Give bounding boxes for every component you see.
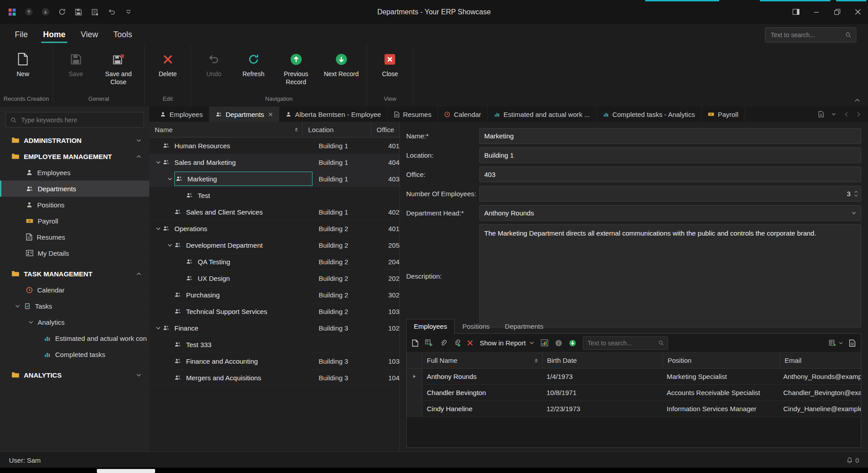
doc-tab-employees[interactable]: Employees <box>154 107 209 122</box>
grid-row-chandler-bevington[interactable]: Chandler Bevington 10/8/1971 Accounts Re… <box>407 385 861 401</box>
grid-row-cindy-haneline[interactable]: Cindy Haneline 12/23/1973 Information Se… <box>407 401 861 417</box>
name-field[interactable]: Marketing <box>479 128 861 144</box>
report-chart-icon[interactable] <box>541 339 548 347</box>
column-header-office[interactable]: Office <box>371 122 399 137</box>
expander-icon[interactable] <box>15 305 20 308</box>
detail-search-input[interactable] <box>587 339 655 347</box>
sidebar-section-employee-management[interactable]: EMPLOYEE MANAGEMENT <box>0 148 149 164</box>
tree-row-sales-and-marketing[interactable]: Sales and Marketing Building 1 404 <box>149 154 399 171</box>
tab-view[interactable]: View <box>73 30 106 45</box>
tree-row-marketing[interactable]: Marketing Building 1 403 <box>149 171 399 187</box>
sidebar-item-positions[interactable]: Positions <box>0 197 149 213</box>
column-header-birth-date[interactable]: Birth Date <box>542 353 663 368</box>
doc-tab-completed-tasks[interactable]: Completed tasks - Analytics <box>597 107 702 122</box>
expander-icon[interactable] <box>165 244 174 247</box>
next-record-button[interactable]: Next Record <box>319 48 363 79</box>
expander-icon[interactable] <box>154 161 163 164</box>
tree-row-sales-and-client-services[interactable]: Sales and Client Services Building 1 402 <box>149 204 399 220</box>
add-record-icon[interactable] <box>425 339 433 347</box>
new-record-icon[interactable] <box>90 7 100 17</box>
description-field[interactable]: The Marketing Department directs all ext… <box>479 224 861 327</box>
column-header-name[interactable]: Name <box>149 122 303 137</box>
undo-icon[interactable] <box>107 7 117 17</box>
office-field[interactable]: 403 <box>479 167 861 182</box>
previous-record-button[interactable]: Previous Record <box>273 48 318 87</box>
column-header-position[interactable]: Position <box>663 353 780 368</box>
expander-icon[interactable] <box>165 177 174 181</box>
attachment-icon[interactable] <box>439 340 447 347</box>
spinner-down-icon[interactable] <box>854 194 858 197</box>
tab-home[interactable]: Home <box>35 30 73 45</box>
next-record-icon[interactable] <box>40 7 50 17</box>
grid-row-anthony-rounds[interactable]: Anthony Rounds 1/4/1973 Marketing Specia… <box>407 369 861 385</box>
sidebar-item-estimated-and-actual-work[interactable]: Estimated and actual work con <box>0 330 149 346</box>
number-spinner[interactable] <box>854 191 858 197</box>
doc-tab-estimated-work[interactable]: Estimated and actual work ... <box>488 107 597 122</box>
sidebar-item-analytics[interactable]: Analytics <box>0 314 149 330</box>
collapse-ribbon-icon[interactable] <box>855 99 860 102</box>
column-header-full-name[interactable]: Full Name <box>422 353 542 368</box>
location-field[interactable]: Building 1 <box>479 147 861 163</box>
doc-tab-calendar[interactable]: Calendar <box>438 107 488 122</box>
tree-row-operations[interactable]: Operations Building 2 401 <box>149 220 399 237</box>
dock-panel-icon[interactable] <box>786 0 806 24</box>
previous-record-icon[interactable] <box>24 7 34 17</box>
scroll-tabs-left-icon[interactable] <box>840 108 852 120</box>
tab-file[interactable]: File <box>7 30 35 45</box>
new-button[interactable]: New <box>4 48 42 79</box>
expander-icon[interactable] <box>154 327 163 330</box>
delete-button[interactable]: Delete <box>148 48 187 79</box>
sidebar-item-departments[interactable]: Departments <box>0 181 149 197</box>
restore-button[interactable] <box>827 0 847 24</box>
sidebar-search-input[interactable] <box>20 116 139 124</box>
tree-row-human-resources[interactable]: Human Resources Building 1 401 <box>149 138 399 154</box>
tree-row-finance[interactable]: Finance Building 3 102 <box>149 320 399 336</box>
print-document-icon[interactable] <box>849 340 855 347</box>
minimize-button[interactable] <box>806 0 827 24</box>
window-list-icon[interactable] <box>815 108 827 120</box>
expander-icon[interactable] <box>29 321 33 324</box>
tree-row-qa-testing[interactable]: QA Testing Building 2 204 <box>149 254 399 270</box>
scroll-tabs-right-icon[interactable] <box>853 108 864 120</box>
department-head-dropdown[interactable]: Anthony Rounds <box>479 205 861 221</box>
sidebar-item-completed-tasks[interactable]: Completed tasks <box>0 346 149 362</box>
spinner-up-icon[interactable] <box>854 191 858 193</box>
tree-row-test-333[interactable]: Test 333 <box>149 336 399 353</box>
tree-row-mergers-and-acquisitions[interactable]: Mergers and Acquisitions Building 3 104 <box>149 370 399 386</box>
tree-row-technical-support-services[interactable]: Technical Support Services Building 2 10… <box>149 303 399 320</box>
notifications-area[interactable]: 0 <box>846 456 859 464</box>
tree-row-ux-design[interactable]: UX Design Building 2 202 <box>149 270 399 287</box>
sidebar-item-resumes[interactable]: Resumes <box>0 229 149 245</box>
sidebar-item-my-details[interactable]: My Details <box>0 245 149 261</box>
ribbon-search-input[interactable] <box>770 31 842 39</box>
undo-button[interactable]: Undo <box>195 48 233 79</box>
close-view-button[interactable]: Close <box>371 48 409 79</box>
sidebar-section-analytics[interactable]: ANALYTICS <box>0 367 149 383</box>
tree-row-finance-and-accounting[interactable]: Finance and Accounting Building 3 103 <box>149 353 399 370</box>
save-icon[interactable] <box>74 7 83 17</box>
customize-qat-icon[interactable] <box>123 7 133 17</box>
chevron-down-icon[interactable] <box>828 108 839 120</box>
info-circle-icon[interactable] <box>555 340 562 347</box>
column-header-email[interactable]: Email <box>780 353 861 368</box>
employees-count-field[interactable]: 3 <box>479 186 861 202</box>
doc-tab-resumes[interactable]: Resumes <box>388 107 438 122</box>
sidebar-item-payroll[interactable]: Payroll <box>0 213 149 229</box>
sidebar-item-tasks[interactable]: Tasks <box>0 298 149 314</box>
tree-row-purchasing[interactable]: Purchasing Building 2 302 <box>149 287 399 303</box>
save-button[interactable]: Save <box>56 48 95 79</box>
close-tab-icon[interactable] <box>269 112 273 116</box>
tree-row-development-department[interactable]: Development Department Building 2 205 <box>149 237 399 254</box>
delete-record-icon[interactable] <box>467 340 473 346</box>
sidebar-item-employees[interactable]: Employees <box>0 164 149 181</box>
refresh-icon[interactable] <box>57 7 67 17</box>
tree-row-test[interactable]: Test <box>149 187 399 204</box>
sidebar-section-administration[interactable]: ADMINISTRATION <box>0 132 149 148</box>
doc-tab-departments[interactable]: Departments <box>209 107 279 122</box>
doc-tab-payroll[interactable]: Payroll <box>702 107 745 122</box>
doc-tab-alberta-berntsen[interactable]: Alberta Berntsen - Employee <box>279 107 388 122</box>
refresh-button[interactable]: Refresh <box>234 48 273 79</box>
detail-tab-positions[interactable]: Positions <box>455 319 497 334</box>
add-attachment-icon[interactable] <box>453 340 460 347</box>
new-document-icon[interactable] <box>412 340 418 347</box>
